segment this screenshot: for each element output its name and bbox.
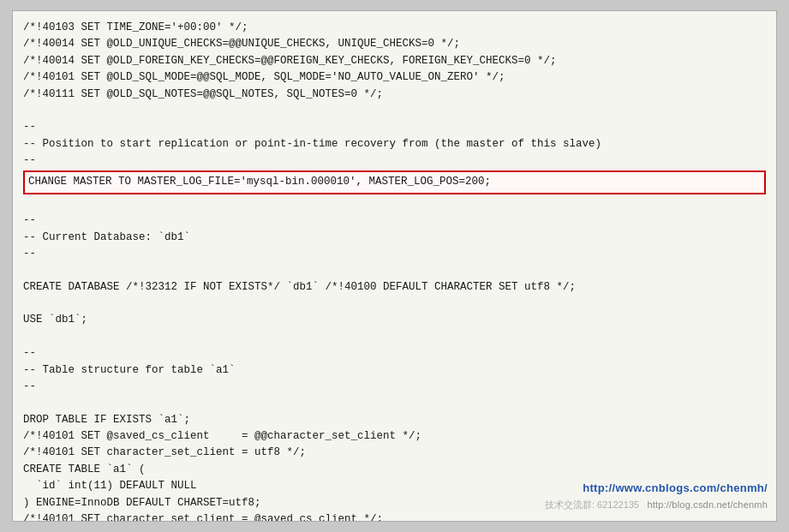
code-line-after-10: -- Table structure for table `a1` bbox=[23, 362, 766, 379]
code-line-5: /*!40111 SET @OLD_SQL_NOTES=@@SQL_NOTES,… bbox=[23, 87, 766, 103]
code-line-blank2 bbox=[23, 262, 766, 278]
code-line-4: /*!40101 SET @OLD_SQL_MODE=@@SQL_MODE, S… bbox=[23, 69, 766, 86]
code-line-after-14: /*!40101 SET @saved_cs_client = @@charac… bbox=[23, 428, 766, 445]
code-line-after-13: DROP TABLE IF EXISTS `a1`; bbox=[23, 412, 766, 428]
code-line-after-0 bbox=[23, 196, 766, 212]
code-line-after-19: /*!40101 SET character_set_client = @sav… bbox=[23, 511, 766, 522]
code-line-after-15: /*!40101 SET character_set_client = utf8… bbox=[23, 445, 766, 461]
code-line-after-11: -- bbox=[23, 379, 766, 395]
code-line-1: /*!40103 SET TIME_ZONE='+00:00' */; bbox=[23, 20, 766, 36]
code-line-after-9: -- bbox=[23, 345, 766, 362]
code-line-6: -- bbox=[23, 119, 766, 135]
code-line-after-3: -- bbox=[23, 246, 766, 262]
code-line-blank5 bbox=[23, 395, 766, 411]
code-line-2: /*!40014 SET @OLD_UNIQUE_CHECKS=@@UNIQUE… bbox=[23, 36, 766, 52]
watermark-group-id: 技术交流群: 62122135 bbox=[545, 498, 639, 512]
code-line-after-7: USE `db1`; bbox=[23, 312, 766, 328]
code-line-after-16: CREATE TABLE `a1` ( bbox=[23, 462, 766, 478]
code-line-blank3 bbox=[23, 296, 766, 312]
code-line-after-2: -- Current Database: `db1` bbox=[23, 230, 766, 246]
code-line-after-5: CREATE DATABASE /*!32312 IF NOT EXISTS*/… bbox=[23, 279, 766, 296]
watermark-url2: http://blog.csdn.net/chenmh bbox=[647, 498, 768, 512]
code-line-after-1: -- bbox=[23, 212, 766, 229]
code-line-blank1 bbox=[23, 103, 766, 119]
highlighted-code-line: CHANGE MASTER TO MASTER_LOG_FILE='mysql-… bbox=[23, 170, 766, 194]
watermark-url: http://www.cnblogs.com/chenmh/ bbox=[583, 480, 768, 497]
code-line-3: /*!40014 SET @OLD_FOREIGN_KEY_CHECKS=@@F… bbox=[23, 53, 766, 69]
code-line-7: -- Position to start replication or poin… bbox=[23, 136, 766, 152]
code-line-8: -- bbox=[23, 152, 766, 169]
code-display: /*!40103 SET TIME_ZONE='+00:00' */; /*!4… bbox=[12, 10, 777, 522]
code-line-blank4 bbox=[23, 329, 766, 345]
